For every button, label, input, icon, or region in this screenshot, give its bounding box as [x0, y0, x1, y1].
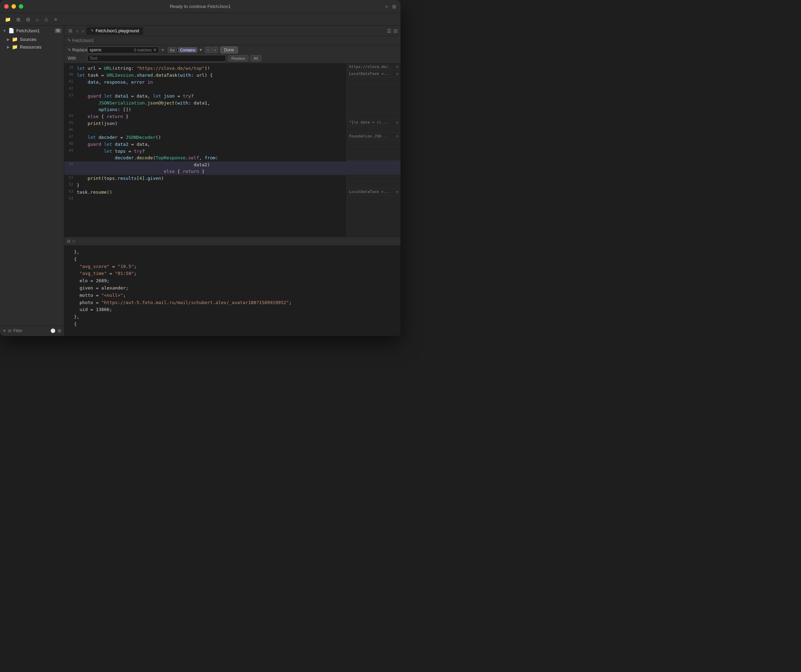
playground-tab-icon: ✎ — [91, 29, 94, 33]
back-icon[interactable]: ‹ — [75, 27, 80, 34]
gutter-copy-icon-40[interactable]: ⊞ — [396, 72, 399, 76]
gutter-item-39: https://slova.de/... ⊞ — [347, 64, 400, 71]
gutter-copy-icon-39[interactable]: ⊞ — [396, 64, 399, 69]
toolbar: 📁 ⊠ ⊞ ⌕ ⚠ ≡ — [0, 13, 400, 26]
grid-icon[interactable]: ⊞ — [25, 16, 32, 23]
code-line-48: 48 guard let data2 = data, — [64, 141, 347, 148]
output-line-6: given = alexander; — [68, 285, 396, 292]
output-line-3: "avg_score" = "19.5"; — [68, 263, 396, 270]
add-item-button[interactable]: + — [3, 328, 6, 334]
window-title: Ready to continue FetchJson1 — [170, 4, 231, 9]
split-bottom-icon[interactable]: ⊟ — [67, 239, 71, 244]
close-button[interactable] — [4, 4, 9, 9]
find-clear-button[interactable]: ✕ — [153, 48, 157, 53]
code-line-53: 53 task.resume() — [64, 189, 347, 196]
tab-right-controls: ☰ ⊟ — [387, 28, 398, 34]
code-line-43: 43 guard let data1 = data, let json = tr… — [64, 93, 347, 113]
modified-badge: M — [55, 29, 61, 33]
editor-body: 39 let url = URL(string: "https://slova.… — [64, 64, 400, 237]
stop-icon[interactable]: ⊠ — [15, 16, 22, 23]
output-line-4: "avg_time" = "01:58"; — [68, 270, 396, 277]
code-editor[interactable]: 39 let url = URL(string: "https://slova.… — [64, 64, 347, 237]
find-row: ✎ Replace ▼ 0 matches ✕ + Aa Contains ▼ — [68, 47, 397, 53]
split-editor-icon[interactable]: ⊟ — [394, 28, 398, 34]
gutter-empty-46 — [347, 126, 400, 133]
code-line-41: 41 data, response, error in — [64, 79, 347, 86]
breadcrumb-bar: ✎ FetchJson1 — [64, 36, 400, 45]
minimize-button[interactable] — [11, 4, 16, 9]
code-line-49: 49 let tops = try? decoder.decode(TopRes… — [64, 148, 347, 161]
contains-button[interactable]: Contains — [178, 47, 197, 53]
resources-label: Resources — [20, 45, 41, 50]
code-line-54: 54 — [64, 196, 347, 203]
align-icon[interactable]: ☰ — [387, 28, 391, 34]
code-line-50: 50 data2) else { return } — [64, 161, 347, 175]
gutter-empty-44 — [347, 112, 400, 119]
tab-fetchjson1[interactable]: ✎ FetchJson1.playground — [87, 27, 143, 35]
next-match-button[interactable]: › — [212, 47, 218, 53]
gutter-copy-icon-45[interactable]: ⊞ — [396, 120, 399, 125]
gutter-empty-51 — [347, 175, 400, 181]
find-input[interactable] — [90, 48, 131, 53]
gutter-copy-icon-47[interactable]: ⊞ — [396, 134, 399, 138]
tab-label: FetchJson1.playground — [95, 29, 139, 33]
output-line-10: }, — [68, 313, 396, 321]
match-count: 0 matches — [134, 48, 152, 52]
resources-folder-icon: 📁 — [12, 44, 18, 50]
filter-dropdown[interactable]: ⟳ Filter — [8, 328, 23, 334]
with-label: With — [68, 56, 85, 61]
warning-icon[interactable]: ⚠ — [43, 16, 50, 23]
gutter-empty-43 — [347, 91, 400, 112]
code-line-51: 51 print(tops.results[4].given) — [64, 175, 347, 182]
expand-icon[interactable]: ⊞ — [58, 328, 61, 333]
find-options: Aa Contains ▼ — [168, 47, 203, 53]
fullscreen-button[interactable] — [19, 4, 23, 9]
find-nav-arrows: ‹ › — [205, 47, 218, 53]
replace-label: ✎ Replace ▼ — [68, 48, 85, 53]
code-line-46: 46 — [64, 127, 347, 134]
right-gutter: https://slova.de/... ⊞ LocalDataTask <..… — [347, 64, 400, 237]
main-layout: ▼ 📄 FetchJson1 M ▶ 📁 Sources ▶ 📁 Resourc… — [0, 26, 400, 336]
forward-icon[interactable]: › — [81, 27, 85, 34]
code-line-47: 47 let decoder = JSONDecoder() — [64, 134, 347, 141]
list-icon[interactable]: ≡ — [53, 16, 58, 23]
sidebar-item-sources[interactable]: ▶ 📁 Sources — [0, 35, 64, 43]
gutter-copy-icon-53[interactable]: ⊞ — [396, 189, 399, 194]
grid-view-icon[interactable]: ⊞ — [67, 27, 74, 34]
gutter-item-47: Foundation.JSO... ⊞ — [347, 133, 400, 140]
case-sensitive-button[interactable]: Aa — [168, 47, 177, 53]
sources-folder-icon: 📁 — [12, 37, 18, 42]
replace-input-wrap — [87, 55, 226, 62]
split-icon-2[interactable]: □ — [72, 239, 75, 244]
sidebar-project-header[interactable]: ▼ 📄 FetchJson1 M — [0, 26, 64, 35]
gutter-empty-52 — [347, 181, 400, 188]
code-line-45: 45 print(json) — [64, 120, 347, 127]
content-area: ⊞ ‹ › ✎ FetchJson1.playground ☰ ⊟ ✎ Fetc… — [64, 26, 400, 336]
sidebar: ▼ 📄 FetchJson1 M ▶ 📁 Sources ▶ 📁 Resourc… — [0, 26, 64, 336]
code-line-52: 52 } — [64, 182, 347, 189]
output-line-7: motto = "<null>"; — [68, 292, 396, 299]
breadcrumb-icon: ✎ — [68, 38, 71, 43]
sidebar-item-resources[interactable]: ▶ 📁 Resources — [0, 43, 64, 51]
resources-chevron-icon: ▶ — [7, 45, 10, 49]
folder-icon[interactable]: 📁 — [3, 16, 12, 23]
split-view-icon[interactable]: ⊞ — [392, 4, 396, 10]
plus-icon[interactable]: + — [385, 4, 388, 10]
traffic-lights — [4, 4, 23, 9]
gutter-empty-41 — [347, 77, 400, 84]
prev-match-button[interactable]: ‹ — [205, 47, 211, 53]
replace-row: With Replace All — [68, 55, 397, 62]
done-button[interactable]: Done — [220, 47, 238, 53]
gutter-empty-54 — [347, 196, 400, 202]
code-line-39: 39 let url = URL(string: "https://slova.… — [64, 65, 347, 72]
output-line-11: { — [68, 321, 396, 328]
replace-button[interactable]: Replace — [228, 55, 248, 61]
replace-input[interactable] — [90, 56, 211, 61]
replace-all-button[interactable]: All — [251, 55, 261, 61]
contains-dropdown-icon[interactable]: ▼ — [199, 48, 203, 53]
pane-divider: ⊟ □ — [64, 237, 400, 246]
find-add-button[interactable]: + — [161, 47, 164, 53]
search-icon[interactable]: ⌕ — [34, 16, 40, 23]
project-icon: 📄 — [8, 28, 14, 33]
output-line-9: uid = 13866; — [68, 306, 396, 313]
